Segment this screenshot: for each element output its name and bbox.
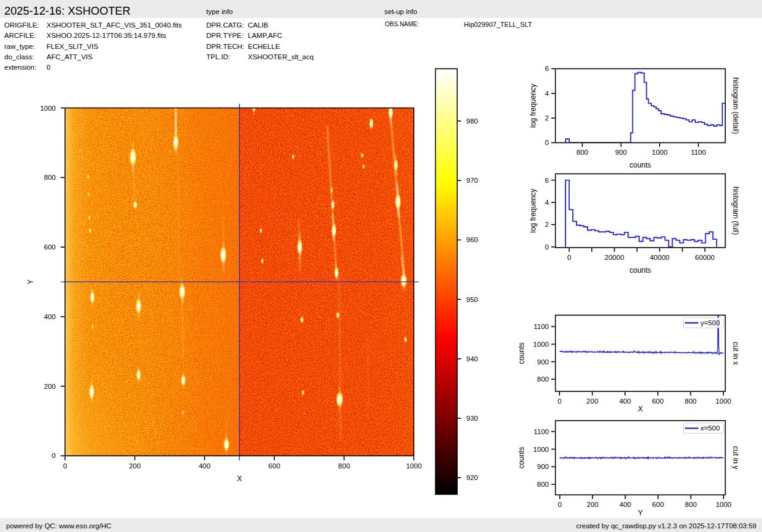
svg-text:DPR.TECH:: DPR.TECH:: [206, 43, 244, 50]
svg-text:200: 200: [586, 397, 598, 405]
svg-text:1000: 1000: [715, 397, 731, 405]
svg-text:600: 600: [652, 501, 664, 508]
svg-text:1000: 1000: [533, 446, 549, 453]
svg-text:20000: 20000: [605, 254, 624, 261]
svg-text:counts: counts: [630, 266, 651, 275]
svg-text:200: 200: [44, 383, 56, 390]
svg-text:940: 940: [466, 355, 478, 363]
svg-text:do_class:: do_class:: [4, 53, 34, 61]
svg-text:1000: 1000: [715, 501, 731, 508]
svg-text:0: 0: [558, 501, 561, 508]
svg-text:OBS.NAME:: OBS.NAME:: [385, 21, 419, 28]
svg-text:ARCFILE:: ARCFILE:: [4, 32, 36, 39]
svg-text:0: 0: [558, 397, 561, 405]
svg-text:AFC_ATT_VIS: AFC_ATT_VIS: [47, 53, 93, 61]
svg-text:800: 800: [537, 375, 549, 383]
svg-text:histogram (detail): histogram (detail): [731, 78, 740, 135]
svg-text:X: X: [237, 475, 242, 483]
svg-text:0: 0: [63, 462, 67, 470]
svg-text:y=500: y=500: [701, 319, 720, 327]
svg-text:800: 800: [685, 397, 697, 405]
svg-text:400: 400: [619, 501, 631, 508]
svg-text:powered by QC: www.eso.org/HC: powered by QC: www.eso.org/HC: [6, 522, 111, 530]
svg-text:4: 4: [545, 199, 549, 206]
svg-text:200: 200: [129, 462, 141, 470]
svg-text:CALIB: CALIB: [248, 21, 269, 29]
svg-text:Y: Y: [26, 279, 35, 284]
svg-text:XSHOOTER_SLT_AFC_VIS_351_0040.: XSHOOTER_SLT_AFC_VIS_351_0040.fits: [47, 21, 182, 29]
svg-text:XSHOO.2025-12-17T06:35:14.979.: XSHOO.2025-12-17T06:35:14.979.fits: [47, 32, 166, 39]
svg-text:0: 0: [52, 452, 56, 459]
svg-text:800: 800: [44, 174, 56, 181]
svg-text:800: 800: [685, 501, 697, 508]
svg-text:x=500: x=500: [701, 424, 720, 432]
svg-text:900: 900: [537, 358, 549, 366]
svg-text:970: 970: [466, 177, 478, 184]
svg-text:6: 6: [545, 65, 548, 72]
svg-text:200: 200: [587, 501, 599, 508]
svg-text:raw_type:: raw_type:: [4, 43, 35, 50]
svg-text:cut in y: cut in y: [731, 446, 740, 469]
svg-text:1000: 1000: [652, 149, 668, 156]
svg-text:0: 0: [567, 254, 571, 261]
svg-text:counts: counts: [630, 161, 651, 169]
svg-text:0: 0: [545, 243, 548, 251]
svg-text:2: 2: [545, 221, 548, 228]
svg-text:980: 980: [466, 117, 478, 125]
svg-text:1000: 1000: [406, 462, 422, 470]
svg-text:0: 0: [545, 139, 548, 146]
svg-text:920: 920: [466, 474, 478, 481]
svg-text:log frequency: log frequency: [529, 189, 537, 233]
svg-text:1000: 1000: [533, 341, 549, 348]
svg-text:4: 4: [545, 90, 549, 97]
svg-text:600: 600: [44, 243, 56, 251]
svg-text:400: 400: [199, 462, 211, 470]
svg-text:created by qc_rawdisp.py v1.2.: created by qc_rawdisp.py v1.2.3 on 2025-…: [576, 522, 756, 530]
svg-text:extension:: extension:: [4, 64, 36, 71]
svg-text:X: X: [638, 405, 643, 413]
svg-text:FLEX_SLIT_VIS: FLEX_SLIT_VIS: [47, 43, 99, 50]
svg-text:TPL.ID:: TPL.ID:: [206, 53, 230, 61]
svg-text:900: 900: [537, 463, 549, 470]
svg-text:2: 2: [545, 114, 548, 122]
svg-text:XSHOOTER_slt_acq: XSHOOTER_slt_acq: [248, 53, 313, 61]
svg-text:900: 900: [615, 149, 627, 156]
svg-text:960: 960: [466, 236, 478, 243]
svg-text:1100: 1100: [691, 149, 706, 156]
svg-text:ECHELLE: ECHELLE: [248, 43, 280, 50]
svg-text:counts: counts: [517, 447, 526, 468]
svg-text:930: 930: [466, 415, 478, 422]
svg-text:6: 6: [545, 177, 548, 184]
svg-text:type info: type info: [206, 8, 233, 15]
svg-text:cut in x: cut in x: [731, 342, 740, 365]
svg-text:400: 400: [619, 397, 631, 405]
svg-text:1100: 1100: [534, 323, 549, 330]
svg-text:60000: 60000: [695, 254, 715, 261]
svg-text:800: 800: [577, 149, 588, 156]
svg-text:1100: 1100: [534, 428, 549, 435]
svg-text:histogram (full): histogram (full): [731, 187, 740, 235]
svg-text:Hip029907_TELL_SLT: Hip029907_TELL_SLT: [464, 21, 532, 28]
svg-text:800: 800: [338, 462, 350, 470]
svg-text:0: 0: [47, 64, 50, 71]
svg-text:400: 400: [44, 313, 56, 320]
svg-text:set-up info: set-up info: [384, 8, 417, 15]
svg-text:2025-12-16: XSHOOTER: 2025-12-16: XSHOOTER: [4, 4, 130, 17]
svg-text:log frequency: log frequency: [529, 84, 537, 128]
svg-text:Y: Y: [638, 509, 643, 517]
svg-text:counts: counts: [517, 342, 526, 364]
svg-text:DPR.CATG:: DPR.CATG:: [206, 21, 244, 29]
svg-text:600: 600: [652, 397, 663, 405]
svg-text:1000: 1000: [40, 105, 56, 112]
svg-text:LAMP,AFC: LAMP,AFC: [248, 32, 282, 39]
svg-text:ORIGFILE:: ORIGFILE:: [4, 21, 39, 29]
svg-text:800: 800: [537, 481, 549, 488]
svg-text:DPR.TYPE:: DPR.TYPE:: [206, 32, 244, 39]
svg-text:950: 950: [466, 296, 478, 303]
svg-text:600: 600: [269, 462, 280, 470]
svg-text:40000: 40000: [650, 254, 670, 261]
